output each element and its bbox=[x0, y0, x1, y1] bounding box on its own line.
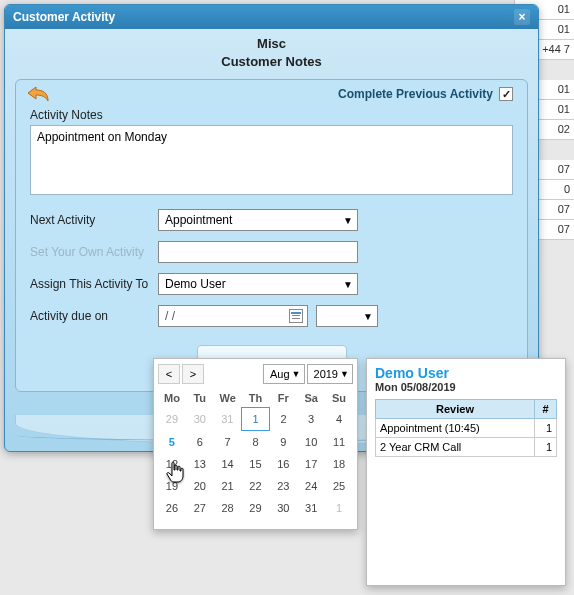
calendar-day[interactable]: 1 bbox=[325, 497, 353, 519]
date-picker-popup: < > Aug ▼ 2019 ▼ MoTuWeThFrSaSu 29303112… bbox=[153, 358, 358, 530]
calendar-day[interactable]: 6 bbox=[186, 431, 214, 454]
chevron-down-icon: ▼ bbox=[340, 369, 349, 379]
complete-previous-checkbox[interactable]: ✓ bbox=[499, 87, 513, 101]
summary-row-count: 1 bbox=[535, 438, 557, 457]
calendar-day[interactable]: 26 bbox=[158, 497, 186, 519]
due-time-select[interactable]: ▼ bbox=[316, 305, 378, 327]
calendar-day[interactable]: 21 bbox=[214, 475, 242, 497]
due-date-value: / / bbox=[165, 309, 175, 323]
next-activity-select[interactable]: Appointment ▼ bbox=[158, 209, 358, 231]
calendar-grid: MoTuWeThFrSaSu 2930311234567891011121314… bbox=[158, 389, 353, 519]
complete-previous-label: Complete Previous Activity bbox=[338, 87, 493, 101]
own-activity-input bbox=[158, 241, 358, 263]
dialog-title: Customer Activity bbox=[13, 10, 115, 24]
calendar-day[interactable]: 20 bbox=[186, 475, 214, 497]
month-value: Aug bbox=[270, 368, 290, 380]
calendar-day[interactable]: 29 bbox=[242, 497, 270, 519]
assign-value: Demo User bbox=[165, 277, 226, 291]
due-date-input[interactable]: / / bbox=[158, 305, 308, 327]
calendar-day[interactable]: 16 bbox=[269, 453, 297, 475]
calendar-day[interactable]: 17 bbox=[297, 453, 325, 475]
year-select[interactable]: 2019 ▼ bbox=[307, 364, 353, 384]
chevron-down-icon: ▼ bbox=[292, 369, 301, 379]
close-icon[interactable]: × bbox=[514, 9, 530, 25]
calendar-day[interactable]: 25 bbox=[325, 475, 353, 497]
calendar-day[interactable]: 27 bbox=[186, 497, 214, 519]
calendar-dow: Tu bbox=[186, 389, 214, 408]
calendar-day[interactable]: 2 bbox=[269, 408, 297, 431]
calendar-dow: Sa bbox=[297, 389, 325, 408]
activity-panel: Complete Previous Activity ✓ Activity No… bbox=[15, 79, 528, 392]
calendar-day[interactable]: 31 bbox=[214, 408, 242, 431]
calendar-day[interactable]: 12 bbox=[158, 453, 186, 475]
next-activity-value: Appointment bbox=[165, 213, 232, 227]
summary-row[interactable]: Appointment (10:45)1 bbox=[376, 419, 557, 438]
calendar-day[interactable]: 29 bbox=[158, 408, 186, 431]
calendar-day[interactable]: 31 bbox=[297, 497, 325, 519]
assign-select[interactable]: Demo User ▼ bbox=[158, 273, 358, 295]
next-month-button[interactable]: > bbox=[182, 364, 204, 384]
dialog-titlebar[interactable]: Customer Activity × bbox=[5, 5, 538, 29]
calendar-dow: Fr bbox=[269, 389, 297, 408]
own-activity-label: Set Your Own Activity bbox=[30, 245, 150, 259]
next-activity-label: Next Activity bbox=[30, 213, 150, 227]
activity-notes-input[interactable] bbox=[30, 125, 513, 195]
calendar-day[interactable]: 24 bbox=[297, 475, 325, 497]
calendar-day[interactable]: 10 bbox=[297, 431, 325, 454]
chevron-down-icon: ▼ bbox=[343, 215, 353, 226]
summary-row-label: Appointment (10:45) bbox=[376, 419, 535, 438]
calendar-day[interactable]: 22 bbox=[242, 475, 270, 497]
prev-month-button[interactable]: < bbox=[158, 364, 180, 384]
due-label: Activity due on bbox=[30, 309, 150, 323]
calendar-dow: We bbox=[214, 389, 242, 408]
year-value: 2019 bbox=[314, 368, 338, 380]
calendar-day[interactable]: 13 bbox=[186, 453, 214, 475]
summary-col-count: # bbox=[535, 400, 557, 419]
calendar-day[interactable]: 30 bbox=[269, 497, 297, 519]
calendar-day[interactable]: 23 bbox=[269, 475, 297, 497]
undo-arrow-icon[interactable] bbox=[26, 84, 50, 102]
user-day-summary-popup: Demo User Mon 05/08/2019 Review # Appoin… bbox=[366, 358, 566, 586]
calendar-day[interactable]: 4 bbox=[325, 408, 353, 431]
calendar-day[interactable]: 5 bbox=[158, 431, 186, 454]
calendar-day[interactable]: 9 bbox=[269, 431, 297, 454]
calendar-day[interactable]: 8 bbox=[242, 431, 270, 454]
calendar-day[interactable]: 19 bbox=[158, 475, 186, 497]
activity-notes-label: Activity Notes bbox=[30, 108, 513, 122]
summary-col-review: Review bbox=[376, 400, 535, 419]
calendar-dow: Mo bbox=[158, 389, 186, 408]
summary-row-count: 1 bbox=[535, 419, 557, 438]
summary-date: Mon 05/08/2019 bbox=[375, 381, 557, 393]
calendar-day[interactable]: 7 bbox=[214, 431, 242, 454]
heading-line-1: Misc bbox=[15, 35, 528, 53]
chevron-down-icon: ▼ bbox=[343, 279, 353, 290]
calendar-day[interactable]: 15 bbox=[242, 453, 270, 475]
summary-row[interactable]: 2 Year CRM Call1 bbox=[376, 438, 557, 457]
summary-table: Review # Appointment (10:45)12 Year CRM … bbox=[375, 399, 557, 457]
calendar-icon[interactable] bbox=[289, 309, 303, 323]
calendar-day[interactable]: 14 bbox=[214, 453, 242, 475]
assign-label: Assign This Activity To bbox=[30, 277, 150, 291]
chevron-down-icon: ▼ bbox=[363, 311, 373, 322]
calendar-dow: Su bbox=[325, 389, 353, 408]
calendar-day[interactable]: 18 bbox=[325, 453, 353, 475]
summary-row-label: 2 Year CRM Call bbox=[376, 438, 535, 457]
month-select[interactable]: Aug ▼ bbox=[263, 364, 305, 384]
summary-user-name: Demo User bbox=[375, 365, 557, 381]
dialog-heading: Misc Customer Notes bbox=[15, 35, 528, 71]
heading-line-2: Customer Notes bbox=[15, 53, 528, 71]
calendar-day[interactable]: 30 bbox=[186, 408, 214, 431]
calendar-day[interactable]: 1 bbox=[242, 408, 270, 431]
calendar-day[interactable]: 28 bbox=[214, 497, 242, 519]
calendar-dow: Th bbox=[242, 389, 270, 408]
calendar-day[interactable]: 3 bbox=[297, 408, 325, 431]
calendar-day[interactable]: 11 bbox=[325, 431, 353, 454]
